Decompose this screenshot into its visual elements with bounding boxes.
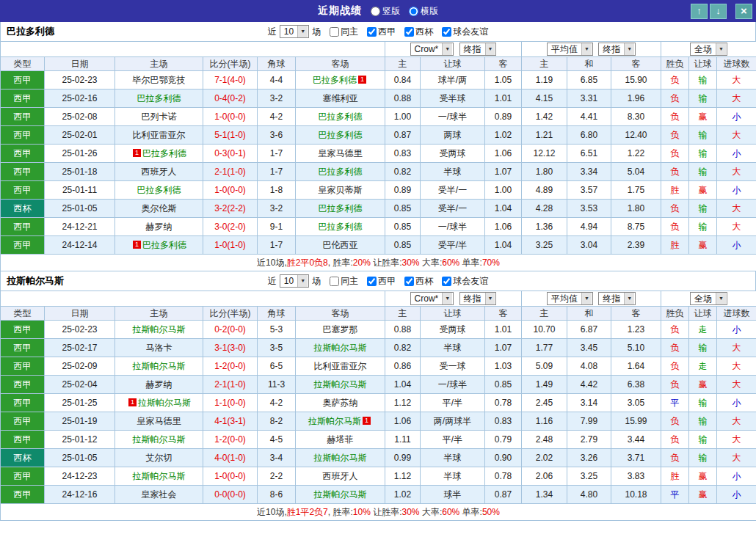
asian-stage-select[interactable]: 终指▼ — [459, 43, 497, 56]
layout-radio-vertical[interactable]: 竖版 — [371, 5, 400, 18]
away-team[interactable]: 巴拉多利德 — [319, 203, 363, 213]
away-team[interactable]: 巴拉多利德 — [319, 222, 363, 232]
away-team[interactable]: 拉斯帕尔马斯 — [308, 416, 361, 426]
filter-friendly[interactable]: 球会友谊 — [442, 26, 488, 38]
home-team[interactable]: 比利亚雷亚尔 — [133, 130, 186, 140]
away-team[interactable]: 奥萨苏纳 — [323, 398, 358, 408]
filter-copa[interactable]: 西杯 — [404, 275, 433, 288]
score: 2-1(1-0) — [203, 376, 258, 394]
home-team[interactable]: 西班牙人 — [142, 167, 177, 177]
away-team[interactable]: 比利亚雷亚尔 — [314, 361, 367, 371]
home-team[interactable]: 艾尔切 — [146, 453, 172, 463]
col-score: 比分(半场) — [203, 57, 258, 71]
copa-checkbox[interactable] — [404, 27, 414, 37]
layout-radio-horizontal[interactable]: 横版 — [409, 5, 438, 18]
euro-away-odds: 1.96 — [611, 90, 661, 108]
scope-select[interactable]: 全场▼ — [690, 292, 727, 305]
away-team[interactable]: 巴拉多利德 — [319, 130, 363, 140]
corners: 9-1 — [258, 218, 296, 236]
handicap-result: 赢 — [689, 376, 717, 394]
match-date: 25-01-25 — [45, 394, 115, 412]
home-team[interactable]: 马洛卡 — [146, 343, 172, 353]
home-team[interactable]: 赫罗纳 — [146, 222, 172, 232]
copa-checkbox[interactable] — [404, 277, 414, 286]
euro-home-odds: 12.12 — [522, 145, 567, 163]
euro-stage-select[interactable]: 终指▼ — [598, 292, 636, 305]
away-team[interactable]: 拉斯帕尔马斯 — [314, 343, 367, 353]
match-result: 平 — [661, 486, 689, 504]
asian-handicap-line: 两球 — [421, 126, 485, 145]
filter-friendly[interactable]: 球会友谊 — [442, 275, 488, 288]
corners: 4-4 — [258, 71, 296, 90]
home-team[interactable]: 巴拉多利德 — [137, 93, 181, 103]
league-cell: 西甲 — [1, 126, 45, 145]
friendly-checkbox[interactable] — [442, 277, 451, 286]
filter-same-home[interactable]: 同主 — [330, 275, 358, 288]
away-team[interactable]: 赫塔菲 — [327, 434, 354, 445]
away-team[interactable]: 皇家马德里 — [319, 148, 363, 158]
dropdown-arrow-icon: ▼ — [485, 293, 495, 304]
bookmaker-select[interactable]: Crow*▼ — [410, 292, 454, 305]
euro-home-odds: 1.36 — [522, 218, 567, 236]
move-up-button[interactable]: ↑ — [691, 4, 708, 19]
home-team[interactable]: 奥尔伦斯 — [142, 203, 177, 213]
home-team[interactable]: 拉斯帕尔马斯 — [138, 398, 191, 408]
euro-source-select[interactable]: 平均值▼ — [547, 292, 593, 305]
friendly-checkbox[interactable] — [442, 27, 451, 37]
col-asian-line: 让球 — [421, 57, 485, 71]
scope-select[interactable]: 全场▼ — [690, 43, 727, 56]
away-team[interactable]: 巴拉多利德 — [319, 167, 363, 177]
euro-stage-select[interactable]: 终指▼ — [598, 43, 636, 56]
away-team[interactable]: 巴伦西亚 — [323, 240, 358, 250]
home-team[interactable]: 拉斯帕尔马斯 — [133, 324, 186, 335]
over-under-result: 大 — [717, 218, 756, 236]
filter-copa[interactable]: 西杯 — [404, 26, 433, 38]
home-team[interactable]: 皇家社会 — [142, 489, 177, 500]
euro-home-odds: 1.42 — [522, 108, 567, 126]
move-down-button[interactable]: ↓ — [710, 4, 727, 19]
away-team[interactable]: 拉斯帕尔马斯 — [314, 379, 367, 390]
close-button[interactable]: × — [735, 4, 752, 19]
asian-stage-select[interactable]: 终指▼ — [459, 292, 497, 305]
euro-draw-odds: 4.08 — [567, 357, 611, 376]
match-date: 25-02-08 — [45, 108, 115, 126]
euro-away-odds: 1.64 — [611, 357, 661, 376]
away-team[interactable]: 西班牙人 — [323, 471, 358, 481]
filter-same-home[interactable]: 同主 — [330, 26, 358, 38]
match-result: 负 — [661, 126, 689, 145]
away-team[interactable]: 巴拉多利德 — [313, 75, 357, 85]
match-result: 负 — [661, 163, 689, 181]
vertical-radio-input[interactable] — [371, 7, 380, 16]
league-cell: 西甲 — [1, 236, 45, 255]
match-count-select[interactable]: 10 ▼ — [280, 274, 309, 288]
home-team[interactable]: 拉斯帕尔马斯 — [133, 471, 186, 481]
away-team[interactable]: 塞维利亚 — [323, 93, 358, 103]
home-team[interactable]: 巴拉多利德 — [142, 148, 186, 158]
same-home-checkbox[interactable] — [330, 277, 339, 286]
filter-laliga[interactable]: 西甲 — [367, 26, 396, 38]
same-home-checkbox[interactable] — [330, 27, 339, 37]
away-team[interactable]: 巴塞罗那 — [323, 324, 358, 335]
away-team[interactable]: 拉斯帕尔马斯 — [314, 453, 367, 463]
home-team[interactable]: 巴拉多利德 — [137, 185, 181, 195]
match-result: 负 — [661, 357, 689, 376]
home-team[interactable]: 拉斯帕尔马斯 — [133, 434, 186, 445]
match-count-select[interactable]: 10 ▼ — [280, 25, 309, 38]
home-team[interactable]: 巴拉多利德 — [142, 240, 186, 250]
home-team[interactable]: 毕尔巴鄂竞技 — [133, 75, 186, 85]
away-team[interactable]: 皇家贝蒂斯 — [319, 185, 363, 195]
laliga-checkbox[interactable] — [367, 27, 377, 37]
away-team[interactable]: 巴拉多利德 — [319, 112, 363, 122]
home-team[interactable]: 皇家马德里 — [137, 416, 181, 426]
away-team[interactable]: 拉斯帕尔马斯 — [314, 489, 367, 500]
bookmaker-select[interactable]: Crow*▼ — [410, 43, 454, 56]
home-team[interactable]: 巴列卡诺 — [142, 112, 177, 122]
home-team[interactable]: 拉斯帕尔马斯 — [133, 361, 186, 371]
filter-laliga[interactable]: 西甲 — [367, 275, 396, 288]
home-team[interactable]: 赫罗纳 — [146, 379, 172, 390]
horizontal-radio-input[interactable] — [409, 7, 418, 16]
laliga-checkbox[interactable] — [367, 277, 377, 286]
euro-away-odds: 1.22 — [611, 145, 661, 163]
euro-source-select[interactable]: 平均值▼ — [547, 43, 593, 56]
controls-spacer — [1, 291, 385, 307]
